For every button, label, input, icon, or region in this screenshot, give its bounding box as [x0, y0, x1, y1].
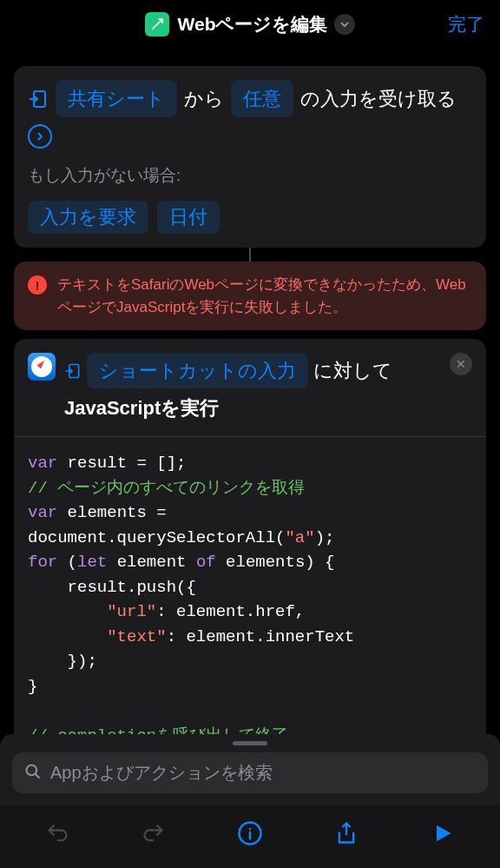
input-trigger-line: 共有シート から 任意 の入力を受け取る — [28, 80, 472, 149]
toolbar — [0, 805, 500, 868]
done-button[interactable]: 完了 — [448, 12, 484, 36]
header: Webページを編集 完了 — [0, 0, 500, 49]
shortcut-app-icon — [145, 12, 169, 36]
from-text: から — [184, 83, 224, 114]
drag-handle[interactable] — [233, 741, 267, 745]
run-javascript-card: ショートカットの入力 に対して JavaScriptを実行 ✕ var resu… — [14, 339, 486, 762]
info-button[interactable] — [234, 818, 266, 849]
fallback-pills: 入力を要求 日付 — [28, 201, 472, 234]
search-bar[interactable]: Appおよびアクションを検索 — [12, 752, 488, 793]
run-js-text: JavaScriptを実行 — [64, 394, 219, 422]
error-icon: ! — [28, 275, 47, 295]
play-button[interactable] — [427, 818, 458, 849]
svg-point-2 — [27, 765, 37, 775]
js-card-header: ショートカットの入力 に対して JavaScriptを実行 ✕ — [14, 339, 486, 436]
safari-icon — [28, 353, 56, 381]
expand-icon[interactable] — [28, 124, 52, 149]
redo-button[interactable] — [138, 818, 169, 849]
share-button[interactable] — [331, 818, 362, 849]
search-icon — [24, 763, 42, 784]
any-pill[interactable]: 任意 — [231, 80, 293, 117]
bottom-sheet: Appおよびアクションを検索 — [0, 734, 500, 868]
ask-input-pill[interactable]: 入力を要求 — [28, 201, 148, 234]
share-sheet-pill[interactable]: 共有シート — [56, 80, 177, 117]
error-banner: ! テキストをSafariのWebページに変換できなかったため、WebページでJ… — [14, 262, 486, 330]
receive-input-icon — [28, 89, 49, 109]
connector-line — [249, 248, 251, 262]
error-message: テキストをSafariのWebページに変換できなかったため、WebページでJav… — [57, 274, 472, 318]
js-title: ショートカットの入力 に対して JavaScriptを実行 — [64, 353, 441, 422]
against-text: に対して — [313, 356, 392, 385]
input-trigger-card: 共有シート から 任意 の入力を受け取る もし入力がない場合: 入力を要求 日付 — [14, 66, 486, 248]
shortcut-input-pill[interactable]: ショートカットの入力 — [87, 353, 308, 388]
page-title: Webページを編集 — [178, 12, 328, 36]
if-no-input-label: もし入力がない場合: — [28, 164, 472, 187]
content-area: 共有シート から 任意 の入力を受け取る もし入力がない場合: 入力を要求 日付… — [0, 49, 500, 762]
search-placeholder: Appおよびアクションを検索 — [50, 761, 273, 785]
undo-button[interactable] — [42, 818, 73, 849]
input-link-icon — [64, 362, 82, 380]
chevron-down-icon[interactable] — [334, 14, 355, 35]
receive-text: の入力を受け取る — [300, 83, 457, 114]
code-editor[interactable]: var result = []; // ページ内のすべてのリンクを取得 var … — [14, 437, 486, 762]
close-icon[interactable]: ✕ — [450, 353, 472, 375]
date-pill[interactable]: 日付 — [157, 201, 220, 234]
